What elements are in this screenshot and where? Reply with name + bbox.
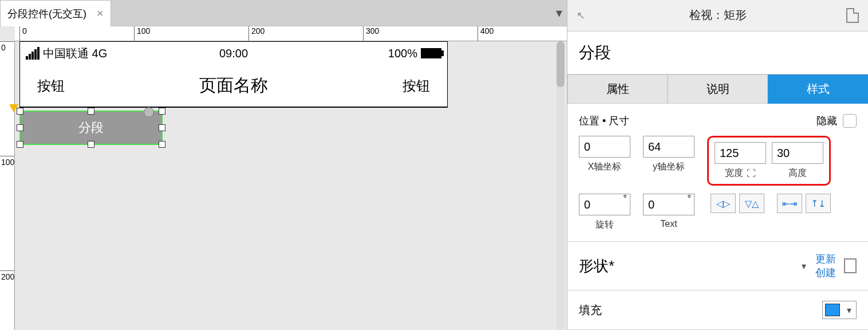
carrier-label: 中国联通 4G	[43, 46, 107, 61]
fill-color-picker[interactable]: ▾	[822, 301, 857, 319]
y-input[interactable]	[643, 136, 695, 158]
fill-swatch-icon	[825, 304, 840, 316]
degree-icon: °	[624, 194, 627, 204]
rotation-input[interactable]	[579, 194, 630, 215]
text-rotation-label: Text	[660, 219, 677, 229]
resize-handle-ne[interactable]	[159, 108, 165, 115]
ruler-h-tick: 400	[478, 26, 494, 41]
canvas-scrollbar[interactable]	[557, 41, 565, 330]
selected-segment-widget[interactable]: 分段	[19, 111, 163, 145]
phone-statusbar: 中国联通 4G 09:00 100%	[20, 42, 447, 65]
ruler-v-tick: 0	[0, 41, 14, 52]
ruler-h-tick: 200	[248, 26, 265, 41]
segment-label: 分段	[78, 119, 104, 136]
text-rotation-input[interactable]	[643, 194, 695, 215]
rotation-label: 旋转	[595, 219, 614, 231]
resize-handle-sw[interactable]	[17, 141, 23, 148]
fill-dropdown-icon[interactable]: ▾	[842, 305, 856, 316]
ruler-horizontal[interactable]: 0 100 200 300 400	[15, 26, 567, 41]
scrollbar-thumb[interactable]	[557, 41, 565, 87]
phone-frame: 中国联通 4G 09:00 100% 按钮 页面名称 按钮	[19, 41, 448, 108]
inspector-header-title: 检视：矩形	[567, 7, 868, 23]
design-canvas[interactable]: 中国联通 4G 09:00 100% 按钮 页面名称 按钮 分段	[15, 41, 567, 330]
ruler-vertical[interactable]: 0 100 200	[0, 41, 15, 330]
resize-handle-se[interactable]	[159, 141, 165, 148]
ruler-h-tick: 0	[19, 26, 27, 41]
ruler-h-tick: 300	[363, 26, 379, 41]
height-input[interactable]	[772, 142, 823, 164]
inspector-tabs: 属性 说明 样式	[567, 74, 868, 104]
aspect-lock-icon[interactable]: ⛶	[747, 168, 756, 179]
navbar-title: 页面名称	[20, 74, 447, 97]
tab-style[interactable]: 样式	[768, 74, 868, 104]
battery-icon	[421, 48, 441, 58]
shape-section: 形状* ▾ 更新 创建	[567, 242, 868, 290]
battery-percent: 100%	[388, 47, 417, 60]
navbar-right-button[interactable]: 按钮	[403, 77, 430, 95]
hide-checkbox[interactable]	[843, 114, 857, 128]
phone-navbar: 按钮 页面名称 按钮	[20, 65, 447, 107]
page-icon[interactable]	[846, 8, 859, 23]
resize-handle-n[interactable]	[88, 108, 94, 115]
shape-create-link[interactable]: 创建	[815, 266, 836, 280]
battery-indicator: 100%	[388, 47, 441, 60]
shape-label: 形状*	[579, 256, 614, 276]
fit-height-button[interactable]: ⤒⤓	[806, 194, 831, 213]
close-tab-icon[interactable]: ×	[97, 7, 104, 20]
inspector-header: ↖ 检视：矩形	[567, 0, 868, 32]
shape-update-link[interactable]: 更新	[815, 252, 836, 266]
ruler-v-tick: 100	[0, 156, 14, 167]
document-tab-title: 分段控件(无交互)	[7, 7, 86, 21]
flip-vertical-button[interactable]: ▽△	[739, 194, 764, 213]
inspector-panel: ↖ 检视：矩形 分段 属性 说明 样式 位置 • 尺寸 隐藏 X轴坐标 y轴坐标	[567, 0, 868, 330]
resize-handle-w[interactable]	[17, 124, 23, 131]
resize-handle-s[interactable]	[88, 141, 94, 148]
fill-section: 填充 ▾	[567, 290, 868, 330]
height-label: 高度	[788, 167, 807, 179]
tab-dropdown-icon[interactable]: ▾	[556, 0, 562, 26]
flip-horizontal-button[interactable]: ◁▷	[711, 194, 736, 213]
document-tab[interactable]: 分段控件(无交互) ×	[0, 0, 111, 26]
signal-icon	[26, 47, 40, 60]
width-height-highlight: 宽度 ⛶ 高度	[707, 136, 831, 186]
resize-handle-nw[interactable]	[17, 108, 23, 115]
shape-dropdown-icon[interactable]: ▾	[802, 261, 806, 272]
fit-width-button[interactable]: ⇤⇥	[777, 194, 802, 213]
resize-handle-e[interactable]	[159, 124, 165, 131]
width-input[interactable]	[715, 142, 766, 164]
hide-label: 隐藏	[816, 114, 837, 128]
fill-label: 填充	[579, 302, 602, 318]
position-size-label: 位置 • 尺寸	[579, 114, 629, 128]
canvas-area: 分段控件(无交互) × ▾ 0 100 200 300 400 0 100 20…	[0, 0, 567, 330]
width-label: 宽度	[725, 167, 743, 179]
position-size-section: 位置 • 尺寸 隐藏 X轴坐标 y轴坐标 宽度 ⛶	[567, 104, 868, 242]
tab-properties[interactable]: 属性	[567, 74, 668, 104]
ruler-h-tick: 100	[134, 26, 150, 41]
x-input[interactable]	[579, 136, 630, 158]
x-label: X轴坐标	[588, 161, 622, 173]
y-label: y轴坐标	[653, 161, 685, 173]
tab-notes[interactable]: 说明	[668, 74, 768, 104]
degree-icon: °	[688, 194, 691, 204]
ruler-v-tick: 200	[0, 270, 14, 281]
rotation-handle-icon[interactable]	[144, 107, 154, 117]
widget-name[interactable]: 分段	[567, 32, 868, 74]
document-tab-strip: 分段控件(无交互) × ▾	[0, 0, 567, 26]
edit-style-icon[interactable]	[844, 258, 857, 273]
navbar-left-button[interactable]: 按钮	[37, 77, 65, 95]
